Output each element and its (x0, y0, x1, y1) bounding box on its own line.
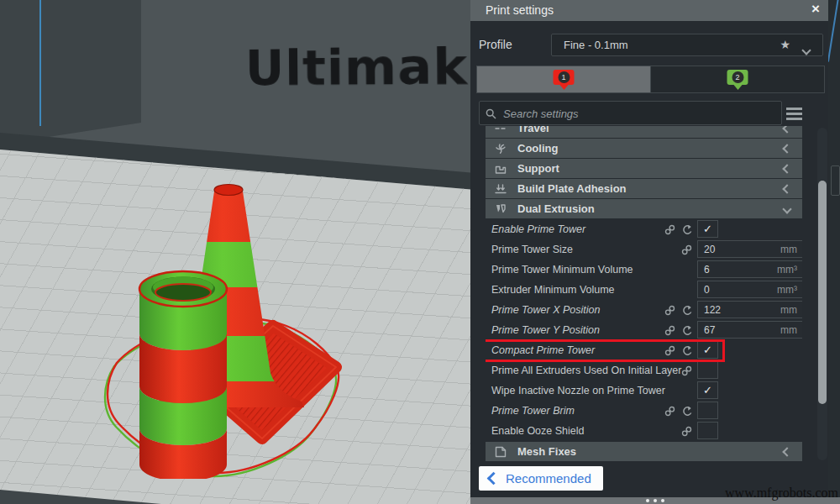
chevron-down-icon (782, 204, 791, 213)
revert-icon[interactable] (681, 223, 692, 239)
value-input[interactable]: 122mm (697, 301, 802, 318)
print-settings-panel: Print settings × Profile Fine - 0.1mm ★ … (470, 0, 828, 504)
checkbox[interactable]: ✓ (697, 220, 718, 238)
setting-prime-tower-y-position: Prime Tower Y Position 67mm (486, 320, 802, 340)
category-label: Mesh Fixes (517, 445, 784, 458)
search-input[interactable] (501, 102, 778, 125)
setting-label: Enable Prime Tower (491, 223, 585, 235)
setting-prime-tower-brim: Prime Tower Brim (486, 401, 802, 421)
setting-label: Prime All Extruders Used On Initial Laye… (491, 365, 681, 376)
category-cooling[interactable]: Cooling (486, 139, 802, 158)
close-icon[interactable]: × (811, 1, 820, 18)
watermark: www.mfgrobots.com (725, 486, 838, 501)
link-icon[interactable] (664, 405, 675, 420)
scrollbar-thumb[interactable] (818, 181, 827, 404)
extruder-tabs: 12 (476, 66, 825, 93)
extruder-tab-2[interactable]: 2 (650, 66, 824, 92)
value-text: 67 (704, 324, 715, 336)
link-icon[interactable] (664, 304, 675, 319)
link-icon[interactable] (664, 344, 675, 360)
favorite-star-icon[interactable]: ★ (780, 38, 790, 51)
printed-model-cone-cylinder[interactable] (80, 161, 382, 479)
chevron-left-icon (487, 472, 501, 486)
recommended-label: Recommended (506, 471, 591, 486)
scrollbar-track[interactable] (817, 128, 827, 460)
value-text: 20 (704, 244, 715, 255)
printer-frame-detail (831, 165, 840, 196)
setting-prime-tower-x-position: Prime Tower X Position 122mm (486, 300, 802, 320)
cooling-icon (494, 142, 507, 155)
link-icon[interactable] (664, 223, 675, 239)
chevron-left-icon (782, 126, 791, 133)
setting-label: Enable Ooze Shield (491, 425, 585, 437)
category-label: Dual Extrusion (517, 202, 784, 215)
revert-icon[interactable] (681, 304, 692, 319)
category-label: Support (517, 162, 784, 175)
profile-value: Fine - 0.1mm (564, 39, 628, 51)
value-input[interactable]: 0mm³ (697, 281, 802, 298)
setting-prime-tower-size: Prime Tower Size 20mm (486, 239, 802, 260)
value-input[interactable]: 67mm (697, 321, 802, 339)
unit-label: mm (780, 244, 797, 255)
category-label: Build Plate Adhesion (517, 182, 784, 195)
profile-label: Profile (479, 38, 512, 51)
setting-label: Extruder Minimum Volume (491, 284, 615, 296)
link-icon[interactable] (681, 365, 692, 380)
checkbox[interactable]: ✓ (697, 341, 718, 359)
chevron-down-icon (803, 42, 810, 57)
extruder-number: 1 (558, 71, 570, 83)
link-icon[interactable] (681, 244, 692, 259)
support-icon (494, 162, 507, 176)
category-mesh-fixes[interactable]: Mesh Fixes (486, 442, 802, 461)
extruder-marker-icon: 2 (727, 70, 748, 85)
unit-label: mm (780, 304, 797, 316)
value-text: 6 (704, 264, 710, 276)
panel-title: Print settings (486, 3, 554, 17)
setting-label: Wipe Inactive Nozzle on Prime Tower (491, 385, 665, 396)
checkbox[interactable] (697, 361, 718, 379)
value-text: 0 (704, 284, 710, 296)
revert-icon[interactable] (681, 405, 692, 420)
chevron-left-icon (782, 184, 791, 193)
value-input[interactable]: 6mm³ (697, 260, 802, 278)
chevron-left-icon (782, 447, 791, 456)
extruder-number: 2 (732, 71, 743, 83)
mesh-fixes-icon (494, 445, 507, 459)
setting-label: Prime Tower Minimum Volume (491, 264, 633, 276)
recommended-button[interactable]: Recommended (479, 466, 603, 491)
unit-label: mm (780, 324, 797, 336)
value-input[interactable]: 20mm (697, 240, 802, 258)
revert-icon[interactable] (681, 324, 692, 339)
unit-label: mm³ (777, 264, 797, 276)
link-icon[interactable] (664, 324, 675, 339)
dual-extrusion-icon (494, 202, 507, 216)
category-label: Cooling (517, 142, 784, 155)
checkbox[interactable] (697, 422, 718, 439)
setting-extruder-minimum-volume: Extruder Minimum Volume0mm³ (486, 280, 802, 300)
panel-header[interactable]: Print settings × (470, 0, 828, 21)
revert-icon[interactable] (681, 344, 692, 360)
setting-prime-all-extruders-used-on-initial-layer: Prime All Extruders Used On Initial Laye… (486, 360, 802, 381)
menu-icon[interactable] (786, 108, 802, 123)
profile-dropdown[interactable]: Fine - 0.1mm ★ (551, 34, 823, 56)
category-dual-extrusion[interactable]: Dual Extrusion (486, 199, 802, 218)
striped-cylinder (139, 271, 227, 479)
chevron-left-icon (782, 144, 791, 153)
search-box[interactable] (479, 101, 782, 125)
link-icon[interactable] (681, 425, 692, 440)
extruder-tab-1[interactable]: 1 (477, 66, 650, 92)
category-support[interactable]: Support (486, 159, 802, 178)
setting-compact-prime-tower: Compact Prime Tower ✓ (486, 340, 802, 360)
category-travel[interactable]: Travel (486, 126, 802, 138)
printer-brand-text: Ultimak (245, 37, 469, 96)
travel-icon (494, 126, 507, 135)
build-volume-edge-left (39, 0, 41, 126)
setting-label: Prime Tower Brim (491, 405, 575, 417)
extruder-marker-icon: 1 (554, 70, 575, 85)
category-label: Travel (517, 126, 784, 134)
checkbox[interactable]: ✓ (697, 381, 718, 399)
setting-enable-ooze-shield: Enable Ooze Shield (486, 421, 802, 441)
setting-label: Prime Tower Size (491, 244, 573, 255)
checkbox[interactable] (697, 402, 718, 419)
category-build-plate-adhesion[interactable]: Build Plate Adhesion (486, 179, 802, 198)
